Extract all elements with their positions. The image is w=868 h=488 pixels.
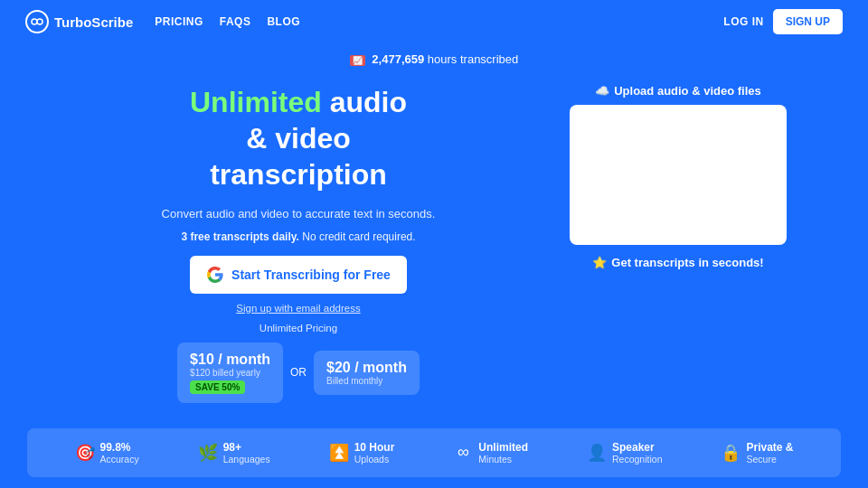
- google-icon: [206, 266, 224, 284]
- feature-text: Private & Secure: [746, 441, 793, 465]
- feature-text: 98+ Languages: [223, 441, 270, 465]
- login-button[interactable]: LOG IN: [723, 15, 763, 28]
- main-content: Unlimited audio& videotranscription Conv…: [0, 75, 868, 421]
- nav-links: PRICING FAQS BLOG: [155, 15, 300, 28]
- feature-title: 10 Hour: [354, 441, 395, 454]
- monthly-plan-card: $20 / month Billed monthly: [314, 351, 420, 395]
- right-column: ☁️ Upload audio & video files ⭐ Get tran…: [561, 84, 796, 269]
- feature-title: Private &: [746, 441, 793, 454]
- svg-point-0: [32, 19, 37, 24]
- yearly-plan-billed: $120 billed yearly: [190, 368, 270, 378]
- stats-count: 2,477,659: [372, 52, 424, 66]
- feature-item: ∞ Unlimited Minutes: [453, 441, 528, 465]
- pricing-row: $10 / month $120 billed yearly SAVE 50% …: [72, 343, 524, 403]
- feature-title: 98+: [223, 441, 270, 454]
- hero-title-highlight: Unlimited: [190, 86, 322, 118]
- powered-bar: ✦ Powered by Whisper #1 in speech to tex…: [0, 477, 868, 489]
- nav-blog[interactable]: BLOG: [267, 15, 300, 28]
- feature-item: 🎯 99.8% Accuracy: [75, 441, 139, 465]
- feature-icon: 🔒: [721, 443, 741, 463]
- navbar: TurboScribe PRICING FAQS BLOG LOG IN SIG…: [0, 0, 868, 43]
- transcribe-label-text: Get transcripts in seconds!: [611, 256, 763, 269]
- or-separator: OR: [290, 366, 307, 379]
- feature-subtitle: Uploads: [354, 454, 395, 465]
- star-icon: ⭐: [592, 256, 607, 269]
- signup-button[interactable]: SIGN UP: [773, 9, 843, 34]
- hero-free-note: 3 free transcripts daily. No credit card…: [72, 230, 524, 243]
- feature-icon: 🌿: [198, 443, 218, 463]
- feature-text: 10 Hour Uploads: [354, 441, 395, 465]
- email-signup-link[interactable]: Sign up with email address: [72, 303, 524, 314]
- stats-bar: 📈 2,477,659 hours transcribed: [0, 43, 868, 75]
- feature-subtitle: Recognition: [612, 454, 662, 465]
- cta-button-label: Start Transcribing for Free: [231, 267, 391, 282]
- feature-item: 🔒 Private & Secure: [721, 441, 793, 465]
- nav-pricing[interactable]: PRICING: [155, 15, 203, 28]
- feature-text: Speaker Recognition: [612, 441, 662, 465]
- stats-icon: 📈: [350, 55, 365, 66]
- feature-subtitle: Secure: [746, 454, 793, 465]
- left-column: Unlimited audio& videotranscription Conv…: [72, 84, 524, 403]
- feature-subtitle: Accuracy: [100, 454, 139, 465]
- logo-text: TurboScribe: [54, 14, 133, 30]
- upload-label-text: Upload audio & video files: [614, 84, 761, 98]
- monthly-plan-price: $20 / month: [326, 360, 407, 376]
- upload-dropzone[interactable]: [570, 105, 787, 245]
- feature-icon: 🎯: [75, 443, 95, 463]
- logo-icon: [25, 10, 49, 33]
- feature-item: 👤 Speaker Recognition: [587, 441, 662, 465]
- feature-text: Unlimited Minutes: [478, 441, 528, 465]
- svg-point-1: [37, 19, 42, 24]
- features-bar: 🎯 99.8% Accuracy 🌿 98+ Languages ⏫ 10 Ho…: [27, 428, 841, 477]
- feature-title: 99.8%: [100, 441, 139, 454]
- save-badge: SAVE 50%: [190, 380, 245, 394]
- feature-item: ⏫ 10 Hour Uploads: [329, 441, 395, 465]
- hero-subtitle: Convert audio and video to accurate text…: [72, 205, 524, 223]
- upload-label: ☁️ Upload audio & video files: [595, 84, 761, 98]
- feature-subtitle: Minutes: [478, 454, 528, 465]
- feature-icon: 👤: [587, 443, 607, 463]
- hero-free-note-rest: No credit card required.: [302, 230, 415, 243]
- transcribe-label: ⭐ Get transcripts in seconds!: [592, 256, 763, 269]
- hero-title: Unlimited audio& videotranscription: [72, 84, 524, 192]
- feature-title: Unlimited: [478, 441, 528, 454]
- feature-subtitle: Languages: [223, 454, 270, 465]
- stats-unit: hours: [428, 52, 458, 66]
- feature-item: 🌿 98+ Languages: [198, 441, 270, 465]
- logo[interactable]: TurboScribe: [25, 10, 133, 33]
- yearly-plan-price: $10 / month: [190, 352, 270, 368]
- hero-free-note-bold: 3 free transcripts daily.: [181, 230, 299, 243]
- monthly-plan-billed: Billed monthly: [326, 376, 407, 386]
- stats-suffix: transcribed: [460, 52, 518, 66]
- nav-faqs[interactable]: FAQS: [220, 15, 251, 28]
- yearly-plan-card: $10 / month $120 billed yearly SAVE 50%: [177, 343, 283, 403]
- google-cta-button[interactable]: Start Transcribing for Free: [190, 256, 407, 294]
- feature-title: Speaker: [612, 441, 662, 454]
- feature-text: 99.8% Accuracy: [100, 441, 139, 465]
- upload-icon: ☁️: [595, 84, 609, 98]
- feature-icon: ⏫: [329, 443, 349, 463]
- feature-icon: ∞: [453, 443, 473, 462]
- pricing-label: Unlimited Pricing: [72, 323, 524, 333]
